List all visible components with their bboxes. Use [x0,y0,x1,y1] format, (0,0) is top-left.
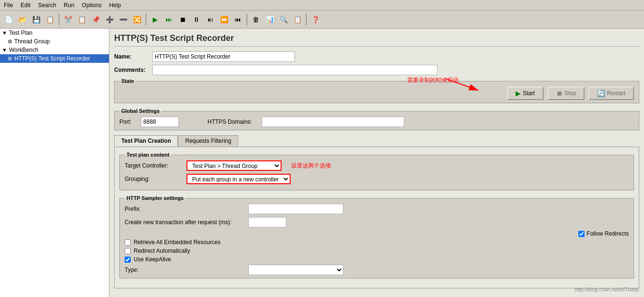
menu-file[interactable]: File [0,1,17,10]
restart-button[interactable]: 🔄 Restart [588,87,634,100]
toolbar-help-btn[interactable]: ❓ [309,13,322,26]
threadgroup-label: Thread Group [14,38,50,45]
start-icon: ▶ [516,89,521,97]
start-label: Start [523,90,535,97]
toolbar-group-misc: 🗑 📊 🔍 📋 [249,13,304,26]
port-input[interactable] [141,117,179,127]
workbench-icon: ▼ [2,47,7,53]
target-select[interactable]: Test Plan > Thread Group [186,160,282,171]
port-label: Port: [119,119,131,125]
keepalive-checkbox[interactable] [125,257,131,263]
toolbar-group-file: 📄 📂 💾 📋 [2,13,57,26]
toolbar-add-btn[interactable]: ➕ [103,13,116,26]
tree-item-recorder[interactable]: ⚙ HTTP(S) Test Script Recorder [0,54,109,63]
toolbar-copy-btn[interactable]: 📋 [75,13,88,26]
transaction-input[interactable] [248,217,286,228]
toolbar-stop-btn[interactable]: ⏹ [176,13,189,26]
toolbar-sep-1 [59,14,59,25]
svg-line-1 [445,79,478,90]
name-input[interactable] [152,51,295,62]
toolbar-clearall-btn[interactable]: 📊 [263,13,276,26]
retrieve-checkbox[interactable] [125,239,131,246]
follow-redirects-checkbox[interactable] [578,231,585,237]
restart-label: Restart [607,90,625,97]
retrieve-row: Retrieve All Embedded Resources [125,239,629,246]
menu-edit[interactable]: Edit [17,1,34,10]
testplan-label: Test Plan [9,30,32,36]
start-button[interactable]: ▶ Start [507,87,543,100]
http-sampler-fieldset: HTTP Sampler settings Prefix: Create new… [119,195,634,278]
panel-title: HTTP(S) Test Script Recorder [114,33,639,47]
menu-options[interactable]: Options [78,1,105,10]
stop-label: Stop [565,90,576,97]
recorder-label: HTTP(S) Test Script Recorder [14,55,90,62]
redirect-label: Redirect Automatically [134,248,190,254]
test-plan-content-legend: Test plan content [125,152,171,158]
follow-redirects-label: Follow Redirects [586,230,629,237]
name-row: Name: [114,51,639,62]
toolbar-remoteall-btn[interactable]: ⏩ [217,13,231,26]
toolbar-save-btn[interactable]: 💾 [29,13,43,26]
http-sampler-legend: HTTP Sampler settings [125,195,185,201]
tree-panel: ▼ Test Plan ⚙ Thread Group ▼ WorkBench ⚙… [0,29,109,297]
toolbar-saveas-btn[interactable]: 📋 [43,13,57,26]
toolbar-clear-btn[interactable]: 🗑 [249,13,263,26]
toolbar-run-btn[interactable]: ▶ [148,13,162,26]
toolbar-remote-btn[interactable]: ⏯ [204,13,217,26]
toolbar-open-btn[interactable]: 📂 [16,13,29,26]
tree-item-testplan[interactable]: ▼ Test Plan [0,29,109,37]
name-label: Name: [114,53,152,60]
tree-item-workbench[interactable]: ▼ WorkBench [0,46,109,54]
global-settings-fieldset: Global Settings Port: HTTPS Domains: [114,108,639,130]
state-annotation-container: 需要录制的时候启动 [407,76,459,84]
menu-help[interactable]: Help [105,1,125,10]
menu-search[interactable]: Search [34,1,60,10]
threadgroup-icon: ⚙ [8,39,12,45]
transaction-label: Create new transaction after request (ms… [125,219,248,226]
toolbar-template-btn[interactable]: 📋 [291,13,304,26]
keepalive-row: Use KeepAlive [125,256,629,263]
state-section: State ▶ Start ⏹ Stop 🔄 Restart [114,78,639,103]
tabs-row: Test Plan Creation Requests Filtering [114,135,639,147]
stop-button[interactable]: ⏹ Stop [547,87,585,100]
global-settings-legend: Global Settings [119,108,162,114]
tabs-container: Test Plan Creation Requests Filtering Te… [114,135,639,288]
tree-item-threadgroup[interactable]: ⚙ Thread Group [0,37,109,46]
watermark: http://blog.csdn.net/MTbaby [575,287,639,292]
comments-input[interactable] [152,65,438,75]
toolbar-stopnow-btn[interactable]: ⏸ [190,13,203,26]
prefix-row: Prefix: [125,204,629,214]
workbench-label: WorkBench [9,47,39,53]
toolbar-group-help: ❓ [309,13,322,26]
tab-requests[interactable]: Requests Filtering [178,135,238,147]
state-fieldset: State ▶ Start ⏹ Stop 🔄 Restart [114,78,639,103]
toolbar-group-run: ▶ ⏭ ⏹ ⏸ ⏯ ⏩ ⏮ [148,13,244,26]
menu-run[interactable]: Run [60,1,78,10]
toolbar-runall-btn[interactable]: ⏭ [162,13,176,26]
testplan-icon: ▼ [2,30,7,36]
type-select[interactable] [248,265,343,275]
follow-redirects-row: Follow Redirects [125,230,629,237]
grouping-row: Grouping: Put each group in a new contro… [125,174,629,184]
toolbar-expand-btn[interactable]: 🔀 [130,13,144,26]
toolbar-paste-btn[interactable]: 📌 [89,13,102,26]
https-input[interactable] [262,117,404,127]
transaction-row: Create new transaction after request (ms… [125,217,629,228]
stop-icon: ⏹ [556,89,563,97]
toolbar-remotestop-btn[interactable]: ⏮ [231,13,244,26]
toolbar-browse-btn[interactable]: 🔍 [277,13,290,26]
tab-content: Test plan content Target Controller: Tes… [114,147,639,288]
right-panel: HTTP(S) Test Script Recorder Name: Comme… [109,29,644,297]
menubar: File Edit Search Run Options Help [0,0,644,10]
toolbar-remove-btn[interactable]: ➖ [117,13,130,26]
annotation-arrow-svg [445,76,483,95]
tab-testplan[interactable]: Test Plan Creation [114,135,178,147]
redirect-checkbox[interactable] [125,248,131,254]
prefix-input[interactable] [248,204,343,214]
toolbar-cut-btn[interactable]: ✂️ [61,13,75,26]
target-controller-row: Target Controller: Test Plan > Thread Gr… [125,160,629,171]
prefix-label: Prefix: [125,206,248,212]
comments-label: Comments: [114,67,152,73]
toolbar-new-btn[interactable]: 📄 [2,13,15,26]
grouping-select[interactable]: Put each group in a new controller [186,174,291,184]
